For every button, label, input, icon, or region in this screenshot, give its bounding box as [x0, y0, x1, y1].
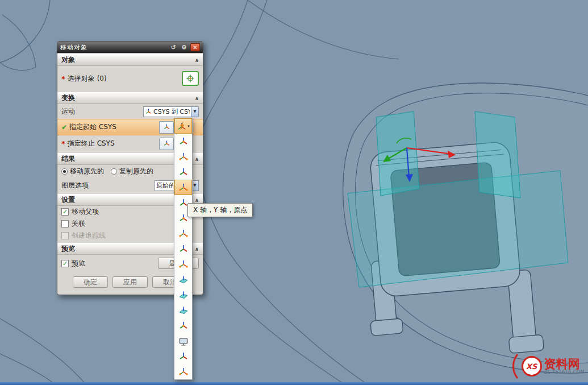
layer-option-label: 图层选项: [61, 181, 89, 191]
flyout-item-absolute-csys[interactable]: [174, 318, 192, 333]
motion-label: 运动: [61, 107, 75, 117]
chevron-up-icon: ∧: [195, 246, 199, 252]
section-header-object[interactable]: 对象 ∧: [57, 54, 203, 66]
dialog-title: 移动对象: [60, 43, 167, 52]
x-axis-y-axis-icon: [178, 167, 189, 177]
object-csys-icon: [178, 244, 189, 254]
plane-x-axis-point-icon: [178, 290, 189, 300]
watermark: XS 资料网 ZL.XS1616.COM: [510, 353, 585, 379]
crosshair-icon: [186, 74, 195, 83]
section-settings-label: 设置: [61, 195, 75, 205]
flyout-item-object-csys[interactable]: [174, 241, 192, 256]
z-axis-x-axis-origin-icon: [178, 198, 189, 208]
checkbox-move-parent[interactable]: ✓: [61, 208, 69, 216]
show-shortcuts-icon: [178, 367, 189, 377]
watermark-logo: XS: [522, 356, 542, 376]
reset-icon[interactable]: ↺: [169, 43, 178, 51]
flyout-item-show-shortcuts[interactable]: [174, 364, 192, 379]
x-axis-y-axis-origin-icon: [178, 183, 189, 193]
section-result-label: 结果: [61, 154, 75, 164]
flyout-item-point-perpendicular-to-curve[interactable]: [174, 256, 192, 272]
start-csys-dialog-button[interactable]: [159, 121, 174, 134]
select-object-row: * 选择对象 (0): [57, 66, 203, 91]
inferred-csys-icon: [178, 136, 189, 147]
preview-label: 预览: [72, 259, 85, 268]
radio-move-original[interactable]: [61, 168, 68, 175]
section-header-transform[interactable]: 变换 ∧: [57, 92, 203, 104]
section-preview-label: 预览: [61, 244, 75, 254]
radio-copy-original-label: 复制原先的: [119, 167, 153, 176]
flyout-item-dynamic[interactable]: ▾: [174, 118, 192, 134]
motion-combo[interactable]: CSYS 到 CSY ▼: [143, 106, 199, 117]
close-button[interactable]: ✕: [190, 43, 200, 51]
flyout-item-current-view-csys[interactable]: [174, 333, 192, 349]
motion-value: CSYS 到 CSY: [153, 107, 190, 116]
csys-to-csys-icon: [145, 108, 152, 115]
required-asterisk: *: [61, 139, 65, 148]
origin-points-icon: [178, 152, 189, 162]
point-perpendicular-curve-icon: [178, 259, 189, 270]
dialog-titlebar[interactable]: 移动对象 ↺ ⚙ ✕: [57, 42, 203, 53]
absolute-csys-icon: [178, 321, 189, 331]
required-asterisk: *: [61, 74, 65, 83]
start-csys-label: 指定起始 CSYS: [69, 122, 116, 132]
gear-icon[interactable]: ⚙: [180, 43, 189, 51]
associative-label: 关联: [72, 219, 85, 229]
chevron-up-icon: ∧: [195, 96, 199, 101]
checkbox-preview[interactable]: ✓: [61, 260, 69, 267]
flyout-item-x-axis-y-axis-origin[interactable]: [174, 180, 192, 195]
three-planes-icon: [178, 305, 189, 316]
flyout-item-three-planes[interactable]: [174, 303, 192, 318]
csys-icon: [163, 123, 170, 131]
z-axis-y-axis-origin-icon: [178, 213, 189, 223]
radio-copy-original[interactable]: [111, 168, 117, 175]
plane-vector-icon: [178, 275, 189, 285]
apply-button[interactable]: 应用: [112, 276, 148, 288]
section-object-label: 对象: [61, 55, 75, 65]
checkbox-trace-line: [61, 232, 69, 239]
application-window: 移动对象 ↺ ⚙ ✕ 对象 ∧ * 选择对象 (0) 变换 ∧ 运动 CSYS …: [0, 0, 588, 385]
window-frame-bottom: [0, 382, 588, 385]
csys-type-flyout: ▾: [174, 118, 193, 380]
check-icon: ✔: [61, 123, 67, 131]
chevron-up-icon: ∧: [195, 57, 199, 63]
watermark-brand: 资料网: [544, 358, 585, 370]
ok-button[interactable]: 确定: [73, 276, 108, 288]
chevron-down-icon[interactable]: ▼: [191, 107, 198, 117]
csys-icon: [163, 140, 170, 147]
flyout-item-x-axis-y-axis[interactable]: [174, 164, 192, 180]
trace-line-label: 创建追踪线: [72, 231, 106, 241]
flyout-item-z-axis-x-point[interactable]: [174, 226, 192, 241]
select-object-button[interactable]: [182, 71, 199, 86]
end-csys-dialog-button[interactable]: [159, 138, 174, 150]
offset-csys-icon: [178, 351, 189, 362]
watermark-arc: [510, 353, 519, 379]
checkbox-associative[interactable]: [61, 220, 69, 227]
motion-row: 运动 CSYS 到 CSY ▼: [57, 104, 203, 119]
watermark-url: ZL.XS1616.COM: [544, 370, 585, 375]
flyout-item-origin-x-point-y-point[interactable]: [174, 149, 192, 164]
flyout-item-plane-and-vector[interactable]: [174, 272, 192, 287]
tooltip: X 轴，Y 轴，原点: [187, 203, 253, 217]
radio-move-original-label: 移动原先的: [70, 167, 104, 176]
move-parent-label: 移动父项: [72, 207, 99, 217]
dynamic-csys-icon: [177, 121, 187, 131]
current-view-csys-icon: [178, 336, 189, 346]
chevron-up-icon: ∧: [195, 156, 199, 162]
chevron-up-icon: ∧: [195, 197, 199, 203]
section-transform-label: 变换: [61, 93, 75, 103]
z-axis-x-point-icon: [178, 229, 189, 239]
flyout-item-inferred[interactable]: [174, 134, 192, 149]
chevron-down-icon: ▾: [187, 124, 190, 129]
flyout-item-offset-csys[interactable]: [174, 349, 192, 364]
select-object-label: 选择对象 (0): [68, 74, 107, 84]
end-csys-label: 指定终止 CSYS: [68, 139, 115, 148]
flyout-item-plane-x-axis-point[interactable]: [174, 287, 192, 303]
